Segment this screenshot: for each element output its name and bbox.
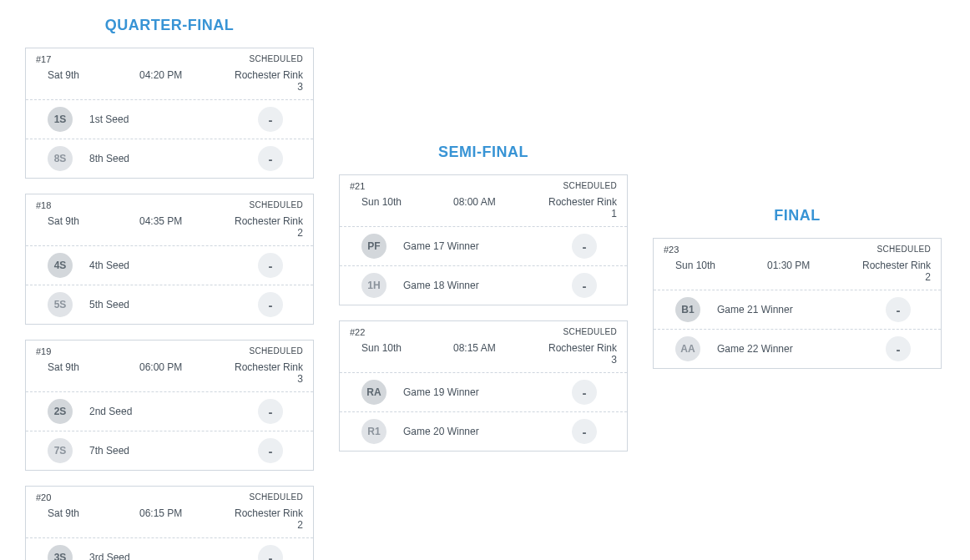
game-meta: Sun 10th 01:30 PM Rochester Rink 2 xyxy=(654,260,941,290)
game-number: #19 xyxy=(36,346,51,356)
team-name: 1st Seed xyxy=(89,114,258,125)
game-status: SCHEDULED xyxy=(250,200,303,210)
team-row: PF Game 17 Winner - xyxy=(340,226,627,265)
game-time: 06:15 PM xyxy=(139,507,228,531)
round-title: FINAL xyxy=(653,207,942,225)
team-row: 2S 2nd Seed - xyxy=(26,391,313,431)
team-name: Game 17 Winner xyxy=(403,240,572,252)
game-location: Rochester Rink 2 xyxy=(856,260,931,283)
game-header: #18 SCHEDULED xyxy=(26,194,313,215)
game-date: Sun 10th xyxy=(675,260,767,283)
team-row: AA Game 22 Winner - xyxy=(654,329,941,368)
game-location: Rochester Rink 3 xyxy=(228,361,303,385)
game-date: Sun 10th xyxy=(361,342,453,366)
game-meta: Sun 10th 08:15 AM Rochester Rink 3 xyxy=(340,342,627,372)
game-status: SCHEDULED xyxy=(563,327,617,337)
game-card[interactable]: #18 SCHEDULED Sat 9th 04:35 PM Rochester… xyxy=(25,194,314,325)
game-header: #19 SCHEDULED xyxy=(26,341,313,361)
game-meta: Sat 9th 04:20 PM Rochester Rink 3 xyxy=(26,69,313,99)
game-time: 08:00 AM xyxy=(453,196,542,219)
team-score: - xyxy=(572,234,597,259)
team-row: 5S 5th Seed - xyxy=(26,285,313,324)
game-status: SCHEDULED xyxy=(563,181,617,191)
game-location: Rochester Rink 2 xyxy=(228,507,303,531)
game-status: SCHEDULED xyxy=(250,492,303,502)
team-name: Game 20 Winner xyxy=(403,426,572,437)
game-card[interactable]: #17 SCHEDULED Sat 9th 04:20 PM Rochester… xyxy=(25,48,314,179)
column-final: FINAL #23 SCHEDULED Sun 10th 01:30 PM Ro… xyxy=(653,17,942,384)
game-card[interactable]: #19 SCHEDULED Sat 9th 06:00 PM Rochester… xyxy=(25,340,314,471)
game-header: #21 SCHEDULED xyxy=(340,175,627,196)
round-title: QUARTER-FINAL xyxy=(25,17,314,34)
game-card[interactable]: #21 SCHEDULED Sun 10th 08:00 AM Rocheste… xyxy=(339,174,628,305)
game-header: #22 SCHEDULED xyxy=(340,321,627,342)
game-status: SCHEDULED xyxy=(250,346,303,356)
game-location: Rochester Rink 2 xyxy=(228,215,303,239)
team-avatar: RA xyxy=(361,380,386,405)
game-time: 08:15 AM xyxy=(453,342,542,366)
team-score: - xyxy=(258,107,283,132)
game-number: #22 xyxy=(350,327,365,337)
team-name: Game 19 Winner xyxy=(403,386,572,398)
game-time: 04:35 PM xyxy=(139,215,228,239)
team-avatar: 8S xyxy=(48,146,73,171)
team-avatar: 2S xyxy=(48,399,73,424)
column-semi-final: SEMI-FINAL #21 SCHEDULED Sun 10th 08:00 … xyxy=(339,17,628,467)
game-header: #20 SCHEDULED xyxy=(26,487,313,507)
team-score: - xyxy=(886,336,911,361)
team-score: - xyxy=(258,146,283,171)
team-score: - xyxy=(258,438,283,463)
round-title: SEMI-FINAL xyxy=(339,144,628,161)
team-avatar: 1H xyxy=(361,273,386,298)
game-card[interactable]: #22 SCHEDULED Sun 10th 08:15 AM Rocheste… xyxy=(339,320,628,452)
game-number: #20 xyxy=(36,492,51,502)
team-avatar: AA xyxy=(675,336,700,361)
game-meta: Sat 9th 06:00 PM Rochester Rink 3 xyxy=(26,361,313,391)
spacer xyxy=(653,17,942,207)
game-meta: Sun 10th 08:00 AM Rochester Rink 1 xyxy=(340,196,627,226)
team-name: 3rd Seed xyxy=(89,552,258,560)
game-location: Rochester Rink 3 xyxy=(228,69,303,93)
team-avatar: 4S xyxy=(48,253,73,278)
game-location: Rochester Rink 1 xyxy=(542,196,617,219)
team-avatar: 3S xyxy=(48,545,73,560)
team-row: 1H Game 18 Winner - xyxy=(340,265,627,305)
game-card[interactable]: #23 SCHEDULED Sun 10th 01:30 PM Rocheste… xyxy=(653,238,942,369)
team-row: 3S 3rd Seed - xyxy=(26,537,313,560)
game-status: SCHEDULED xyxy=(877,245,931,255)
game-meta: Sat 9th 04:35 PM Rochester Rink 2 xyxy=(26,215,313,245)
team-score: - xyxy=(572,380,597,405)
team-name: 4th Seed xyxy=(89,260,258,271)
game-header: #17 SCHEDULED xyxy=(26,48,313,69)
team-row: R1 Game 20 Winner - xyxy=(340,411,627,451)
team-score: - xyxy=(258,292,283,317)
team-avatar: 7S xyxy=(48,438,73,463)
spacer xyxy=(339,17,628,144)
team-name: 5th Seed xyxy=(89,299,258,310)
team-score: - xyxy=(572,419,597,444)
game-date: Sat 9th xyxy=(48,215,139,239)
team-score: - xyxy=(886,297,911,322)
team-score: - xyxy=(258,545,283,560)
team-score: - xyxy=(258,399,283,424)
game-date: Sun 10th xyxy=(361,196,453,219)
game-meta: Sat 9th 06:15 PM Rochester Rink 2 xyxy=(26,507,313,537)
team-name: Game 21 Winner xyxy=(717,304,886,315)
game-time: 04:20 PM xyxy=(139,69,228,93)
game-header: #23 SCHEDULED xyxy=(654,239,941,260)
team-row: RA Game 19 Winner - xyxy=(340,372,627,411)
team-row: 4S 4th Seed - xyxy=(26,245,313,285)
game-number: #18 xyxy=(36,200,51,210)
team-name: 8th Seed xyxy=(89,153,258,164)
game-card[interactable]: #20 SCHEDULED Sat 9th 06:15 PM Rochester… xyxy=(25,486,314,560)
team-name: Game 22 Winner xyxy=(717,343,886,355)
game-number: #23 xyxy=(664,245,679,255)
team-score: - xyxy=(572,273,597,298)
team-row: 8S 8th Seed - xyxy=(26,139,313,178)
game-date: Sat 9th xyxy=(48,507,139,531)
bracket: QUARTER-FINAL #17 SCHEDULED Sat 9th 04:2… xyxy=(0,0,970,560)
column-quarter-final: QUARTER-FINAL #17 SCHEDULED Sat 9th 04:2… xyxy=(25,17,314,560)
team-name: Game 18 Winner xyxy=(403,280,572,291)
game-number: #17 xyxy=(36,54,51,64)
team-name: 2nd Seed xyxy=(89,406,258,417)
